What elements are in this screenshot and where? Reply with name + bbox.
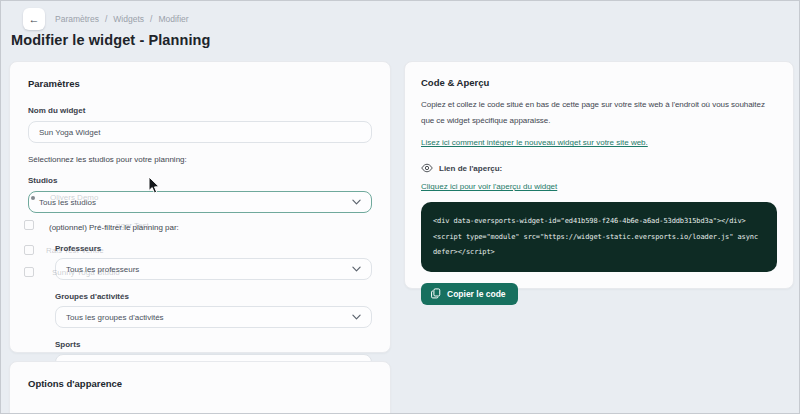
- breadcrumb-separator: /: [105, 14, 107, 24]
- ghost-checkbox: [24, 267, 34, 277]
- back-arrow-icon: ←: [29, 13, 40, 25]
- chevron-down-icon: [352, 314, 361, 320]
- parametres-card: Paramètres Nom du widget Sélectionnez le…: [9, 61, 391, 353]
- ghost-checkbox: [24, 220, 34, 230]
- breadcrumb: ← Paramètres / Widgets / Modifier: [23, 8, 189, 30]
- embed-code-line: <div data-eversports-widget-id="ed41b598…: [433, 217, 746, 225]
- ghost-option: nger Test: [116, 221, 149, 230]
- preview-link[interactable]: Cliquez ici pour voir l'aperçu du widget: [421, 182, 557, 191]
- integration-help-link[interactable]: Lisez ici comment intégrer le nouveau wi…: [421, 138, 648, 147]
- studios-intro: Sélectionnez les studios pour votre plan…: [28, 155, 372, 164]
- ghost-checkbox: [24, 245, 34, 255]
- code-apercu-card: Code & Aperçu Copiez et collez le code s…: [404, 61, 794, 289]
- groupes-activites-select[interactable]: Tous les groupes d'activités: [55, 306, 372, 328]
- copy-icon: [431, 288, 441, 299]
- parametres-card-title: Paramètres: [28, 78, 372, 89]
- code-description: Copiez et collez le code situé en bas de…: [421, 97, 777, 128]
- optional-filter-hint: (optionnel) Pré-filtrer le planning par:: [49, 223, 372, 232]
- breadcrumb-modifier[interactable]: Modifier: [158, 14, 188, 24]
- embed-code-line: <script type="module" src="https://widge…: [433, 233, 758, 241]
- copy-code-label: Copier le code: [447, 289, 506, 299]
- studios-label: Studios: [28, 176, 372, 185]
- chevron-down-icon: [352, 199, 361, 205]
- page-title: Modifier le widget - Planning: [11, 32, 210, 48]
- appearance-card-title: Options d'apparence: [28, 378, 372, 389]
- preview-link-label: Lien de l'aperçu:: [439, 164, 502, 173]
- widget-name-input[interactable]: [28, 121, 372, 143]
- embed-code-block[interactable]: <div data-eversports-widget-id="ed41b598…: [421, 202, 777, 272]
- groupes-activites-select-value: Tous les groupes d'activités: [66, 313, 164, 322]
- eye-icon: [421, 162, 433, 174]
- breadcrumb-parametres[interactable]: Paramètres: [55, 14, 99, 24]
- back-button[interactable]: ←: [23, 8, 45, 30]
- code-card-title: Code & Aperçu: [421, 77, 777, 88]
- embed-code-line: defer></script>: [433, 248, 495, 256]
- copy-code-button[interactable]: Copier le code: [421, 283, 518, 305]
- filter-sports-label: Sports: [55, 340, 372, 349]
- breadcrumb-separator: /: [150, 14, 152, 24]
- ghost-option: Olivers Demo: [50, 193, 98, 202]
- chevron-down-icon: [352, 266, 361, 272]
- ghost-dot: [31, 196, 35, 200]
- breadcrumb-widgets[interactable]: Widgets: [113, 14, 144, 24]
- ghost-option: Sunny Yoga Studio: [52, 268, 120, 277]
- filter-groupes-label: Groupes d'activités: [55, 292, 372, 301]
- app-window: ← Paramètres / Widgets / Modifier Modifi…: [0, 0, 800, 414]
- widget-name-label: Nom du widget: [28, 106, 372, 115]
- mouse-cursor: [148, 177, 160, 194]
- ghost-option: Rais Test Venue: [46, 246, 104, 255]
- appearance-card: Options d'apparence Couleurs: [9, 361, 391, 414]
